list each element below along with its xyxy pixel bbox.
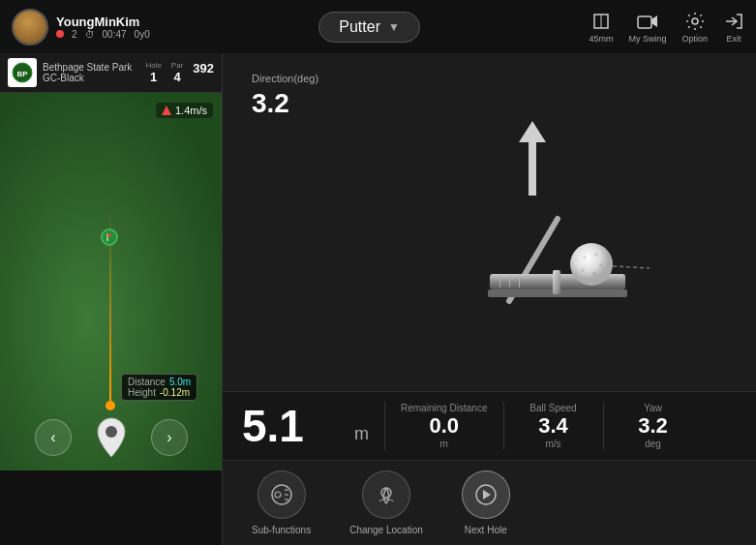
view-3d: Direction(deg) 3.2 (223, 53, 756, 391)
lens-button[interactable]: 45mm (589, 11, 613, 44)
ball-speed-value: 3.4 (538, 413, 568, 439)
flag-marker (101, 228, 118, 246)
hole-label: Hole (145, 61, 161, 70)
remaining-distance-value: 0.0 (429, 413, 459, 439)
ball-speed-unit: m/s (545, 439, 560, 449)
direction-arrow (519, 121, 546, 196)
divider-2 (503, 402, 504, 450)
club-selector[interactable]: Putter ▼ (318, 12, 420, 43)
svg-point-11 (106, 426, 117, 438)
ball-position (106, 401, 115, 410)
map-area: 1.4m/s Distance 5.0m Height -0.12m (0, 93, 223, 470)
yaw-label: Yaw (644, 403, 662, 413)
exit-label: Exit (726, 34, 741, 44)
map-navigation: ‹ › (0, 412, 223, 463)
next-button[interactable]: › (151, 419, 188, 456)
gear-icon (684, 11, 706, 32)
my-swing-button[interactable]: My Swing (628, 11, 666, 44)
next-icon: › (166, 429, 171, 446)
svg-rect-17 (519, 276, 520, 288)
user-meta: 2 ⏱ 00:47 0y0 (56, 29, 150, 40)
timer-value: 00:47 (103, 29, 127, 40)
svg-point-18 (570, 243, 613, 286)
change-location-icon-container (362, 470, 410, 519)
change-location-button[interactable]: Change Location (349, 470, 423, 535)
remaining-distance-label: Remaining Distance (401, 403, 488, 413)
par-label: Par (171, 61, 183, 70)
height-row: Height -0.12m (128, 387, 191, 398)
option-label: Option (681, 34, 708, 44)
svg-point-22 (592, 272, 596, 276)
yards-stat: 392 (193, 61, 214, 84)
divider-1 (384, 402, 385, 450)
hole-value: 1 (150, 70, 157, 84)
putter-head (480, 204, 654, 315)
svg-rect-25 (553, 270, 560, 294)
wind-arrow-icon (162, 106, 171, 115)
course-name: Bethpage State Park GC-Black (43, 62, 139, 83)
ball-speed-label: Ball Speed (529, 403, 576, 413)
sub-functions-button[interactable]: Sub-functions (252, 470, 311, 535)
distance-display: 0y0 (135, 29, 150, 40)
user-details: YoungMinKim 2 ⏱ 00:47 0y0 (56, 15, 150, 40)
header-right: 45mm My Swing Option (589, 11, 744, 44)
svg-rect-2 (638, 16, 651, 28)
swing-label: My Swing (628, 34, 666, 44)
svg-point-4 (692, 18, 698, 24)
ball-speed-block: Ball Speed 3.4 m/s (520, 403, 588, 449)
main-unit: m (354, 424, 369, 444)
status-dot (56, 30, 64, 38)
svg-rect-16 (509, 276, 510, 288)
remaining-distance-unit: m (440, 439, 448, 449)
course-stats: Hole 1 Par 4 392 (145, 61, 214, 84)
svg-point-20 (594, 253, 598, 257)
course-logo: BP (8, 58, 37, 87)
sub-functions-label: Sub-functions (252, 525, 311, 535)
hole-stat: Hole 1 (145, 61, 161, 84)
arrow-head-icon (519, 121, 546, 142)
option-button[interactable]: Option (681, 11, 708, 44)
location-button[interactable] (91, 412, 132, 463)
change-location-label: Change Location (349, 525, 423, 535)
height-value: -0.12m (160, 387, 190, 398)
sub-functions-icon-container (257, 470, 306, 519)
course-info-bar: BP Bethpage State Park GC-Black Hole 1 P… (0, 53, 222, 93)
wind-indicator: 1.4m/s (156, 103, 213, 118)
height-label: Height (128, 387, 156, 398)
left-panel: BP Bethpage State Park GC-Black Hole 1 P… (0, 53, 223, 545)
svg-marker-3 (651, 15, 657, 27)
distance-row: Distance 5.0m (128, 377, 191, 387)
user-info: YoungMinKim 2 ⏱ 00:47 0y0 (12, 9, 150, 45)
lens-icon (590, 11, 612, 32)
svg-point-19 (583, 256, 587, 259)
distance-label: Distance (128, 377, 166, 387)
direction-label: Direction(deg) (252, 73, 318, 84)
next-hole-icon-container (462, 470, 510, 519)
exit-icon (723, 11, 744, 32)
chevron-down-icon: ▼ (388, 20, 400, 34)
svg-line-24 (613, 266, 650, 268)
svg-point-21 (599, 263, 603, 267)
prev-button[interactable]: ‹ (35, 419, 72, 456)
svg-point-23 (581, 268, 585, 272)
stats-bar: 5.1 m Remaining Distance 0.0 m Ball Spee… (223, 391, 756, 460)
svg-rect-15 (499, 276, 500, 288)
par-value: 4 (173, 70, 180, 84)
exit-button[interactable]: Exit (723, 11, 744, 44)
remaining-distance-block: Remaining Distance 0.0 m (401, 403, 488, 449)
action-bar: Sub-functions Change Location Next Hole (223, 460, 756, 545)
yaw-unit: deg (645, 439, 661, 449)
svg-text:BP: BP (16, 70, 28, 78)
yaw-block: Yaw 3.2 deg (620, 403, 687, 449)
distance-info-box: Distance 5.0m Height -0.12m (121, 374, 197, 401)
camera-icon (637, 11, 658, 32)
distance-value: 5.0m (169, 377, 191, 387)
right-panel: Direction(deg) 3.2 (223, 53, 756, 545)
badge-count: 2 (72, 29, 77, 40)
header-center: Putter ▼ (150, 12, 590, 43)
lens-label: 45mm (589, 34, 613, 44)
next-hole-label: Next Hole (465, 525, 507, 535)
next-hole-button[interactable]: Next Hole (462, 470, 510, 535)
username: YoungMinKim (56, 15, 150, 29)
club-name: Putter (339, 18, 380, 36)
